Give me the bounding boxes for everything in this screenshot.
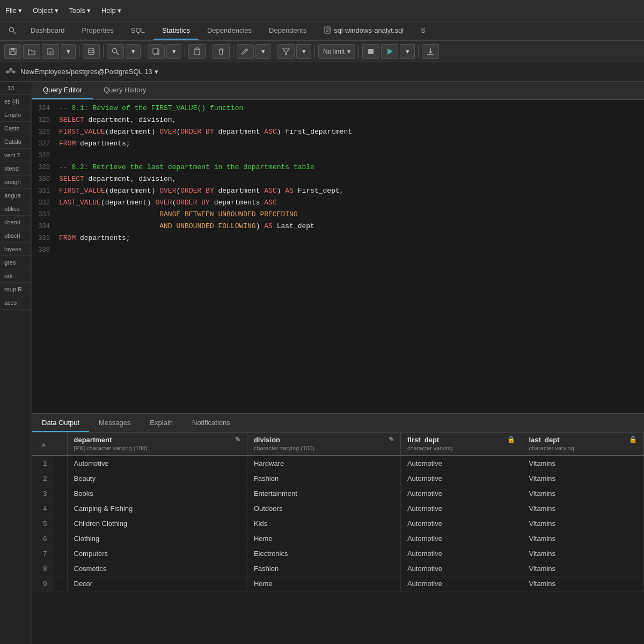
code-line[interactable]: 324-- 8.1: Review of the FIRST_VALUE() f… (32, 104, 644, 116)
table-row[interactable]: 2BeautyFashionAutomotiveVitamins (32, 471, 644, 486)
code-line[interactable]: 336 (32, 246, 644, 258)
toolbar-db-btn[interactable] (83, 44, 100, 59)
toolbar-copy-dropdown-btn[interactable]: ▾ (166, 44, 181, 59)
sidebar-item-0[interactable]: . 13 (0, 82, 32, 95)
toolbar-edit-dropdown-btn[interactable]: ▾ (255, 44, 270, 59)
sidebar-item-9[interactable]: ublica (0, 202, 32, 216)
table-row[interactable]: 8CosmeticsFashionAutomotiveVitamins (32, 561, 644, 576)
sidebar-item-12[interactable]: loyees (0, 243, 32, 256)
tab-s[interactable]: S (412, 21, 434, 40)
cell-last_dept: Vitamins (522, 516, 644, 531)
table-row[interactable]: 5Children ClothingKidsAutomotiveVitamins (32, 516, 644, 531)
code-line[interactable]: 325SELECT department, division, (32, 116, 644, 128)
col-header-last_dept[interactable]: last_dept 🔒character varying (522, 433, 644, 456)
toolbar-search-dropdown-btn[interactable]: ▾ (126, 44, 141, 59)
toolbar-save2-btn[interactable] (42, 44, 59, 59)
table-row[interactable]: 4Camping & FishingOutdoorsAutomotiveVita… (32, 501, 644, 516)
toolbar-save-btn[interactable] (4, 44, 21, 59)
col-header-division[interactable]: division ✎character varying (100) (247, 433, 400, 456)
sidebar-item-10[interactable]: chemi (0, 216, 32, 229)
sidebar-item-15[interactable]: roup R (0, 283, 32, 296)
sidebar-item-3[interactable]: Casts (0, 122, 32, 135)
results-tab-notifications[interactable]: Notifications (182, 414, 240, 432)
code-line[interactable]: 331FIRST_VALUE(department) OVER(ORDER BY… (32, 187, 644, 199)
toolbar-open-btn[interactable] (23, 44, 40, 59)
svg-point-12 (113, 48, 117, 53)
sidebar-item-16[interactable]: aces (0, 296, 32, 310)
cell-division: Fashion (247, 471, 400, 486)
code-line[interactable]: 335FROM departments; (32, 234, 644, 246)
code-line[interactable]: 329-- 8.2: Retrieve the last department … (32, 163, 644, 175)
connection-icon (5, 67, 16, 77)
table-row[interactable]: 7ComputersElectronicsAutomotiveVitamins (32, 546, 644, 561)
menu-object[interactable]: Object ▾ (33, 6, 58, 14)
toolbar-stop-btn[interactable] (362, 44, 379, 59)
code-line[interactable]: 333 RANGE BETWEEN UNBOUNDED PRECEDING (32, 210, 644, 222)
sidebar-item-1[interactable]: es (4) (0, 95, 32, 108)
query-editor-tab[interactable]: Query Editor (32, 82, 93, 99)
toolbar-limit-dropdown[interactable]: No limit ▾ (318, 44, 355, 59)
sidebar-item-8[interactable]: angua (0, 189, 32, 202)
sidebar-item-6[interactable]: xtensi (0, 162, 32, 175)
code-line[interactable]: 332LAST_VALUE(department) OVER(ORDER BY … (32, 199, 644, 210)
col-header-first_dept[interactable]: first_dept 🔒character varying (400, 433, 522, 456)
toolbar-dropdown1-btn[interactable]: ▾ (61, 44, 76, 59)
code-line[interactable]: 326FIRST_VALUE(department) OVER(ORDER BY… (32, 128, 644, 140)
sidebar-item-2[interactable]: Emplo (0, 108, 32, 122)
results-tab-messages[interactable]: Messages (89, 414, 140, 432)
results-tab-explain[interactable]: Explain (140, 414, 182, 432)
toolbar-run-btn[interactable] (381, 44, 398, 59)
table-row[interactable]: 6ClothingHomeAutomotiveVitamins (32, 531, 644, 546)
sidebar-item-13[interactable]: gres (0, 256, 32, 269)
connection-label[interactable]: NewEmployees/postgres@PostgreSQL 13 ▾ (20, 68, 158, 76)
results-tab-data-output[interactable]: Data Output (32, 414, 89, 432)
toolbar-filter-btn[interactable] (277, 44, 295, 59)
svg-rect-20 (368, 49, 374, 54)
table-row[interactable]: 9DecorHomeAutomotiveVitamins (32, 576, 644, 591)
toolbar-sep2 (103, 45, 104, 58)
table-row[interactable]: 3BooksEntertainmentAutomotiveVitamins (32, 486, 644, 501)
toolbar-run-dropdown-btn[interactable]: ▾ (400, 44, 415, 59)
sidebar-item-4[interactable]: Catalo (0, 135, 32, 149)
cell-department: Automotive (67, 456, 247, 471)
cell-division: Entertainment (247, 486, 400, 501)
menu-help[interactable]: Help ▾ (101, 6, 121, 14)
code-line[interactable]: 328 (32, 151, 644, 163)
tab-dependents[interactable]: Dependents (260, 21, 315, 40)
code-line[interactable]: 327FROM departments; (32, 140, 644, 151)
toolbar-copy-btn[interactable] (148, 44, 165, 59)
toolbar-sep4 (185, 45, 185, 58)
table-row[interactable]: 1AutomotiveHardwareAutomotiveVitamins (32, 456, 644, 471)
toolbar-search-btn[interactable] (107, 44, 124, 59)
code-line[interactable]: 334 AND UNBOUNDED FOLLOWING) AS Last_dep… (32, 222, 644, 234)
cell-last_dept: Vitamins (522, 486, 644, 501)
toolbar-delete-btn[interactable] (213, 44, 230, 59)
toolbar-download-btn[interactable] (422, 44, 439, 59)
data-table-container[interactable]: ▲department ✎[PK] character varying (100… (32, 433, 644, 644)
sidebar-item-14[interactable]: ork (0, 269, 32, 283)
tab-sql-file[interactable]: sql-windows-analyt.sql (315, 21, 412, 40)
svg-line-13 (116, 53, 119, 55)
toolbar-paste-btn[interactable] (188, 44, 206, 59)
cell-first_dept: Automotive (400, 546, 522, 561)
code-line[interactable]: 330SELECT department, division, (32, 175, 644, 187)
tab-dependencies[interactable]: Dependencies (199, 21, 260, 40)
cell-last_dept: Vitamins (522, 561, 644, 576)
sidebar-item-7[interactable]: oreign (0, 175, 32, 189)
sidebar-item-5[interactable]: vent T (0, 149, 32, 162)
tab-sql[interactable]: SQL (122, 21, 153, 40)
menu-tools[interactable]: Tools ▾ (69, 6, 91, 14)
col-header-department[interactable]: department ✎[PK] character varying (100) (67, 433, 247, 456)
cell-last_dept: Vitamins (522, 501, 644, 516)
tab-properties[interactable]: Properties (74, 21, 122, 40)
menu-file[interactable]: File ▾ (5, 6, 22, 14)
code-editor[interactable]: 324-- 8.1: Review of the FIRST_VALUE() f… (32, 100, 644, 413)
tab-statistics[interactable]: Statistics (153, 21, 199, 40)
tab-search-icon[interactable] (3, 21, 22, 40)
query-history-tab[interactable]: Query History (93, 82, 157, 99)
svg-point-11 (89, 48, 94, 50)
tab-dashboard[interactable]: Dashboard (22, 21, 74, 40)
toolbar-edit-btn[interactable] (237, 44, 254, 59)
sidebar-item-11[interactable]: ubscri (0, 229, 32, 243)
toolbar-filter-dropdown-btn[interactable]: ▾ (296, 44, 311, 59)
